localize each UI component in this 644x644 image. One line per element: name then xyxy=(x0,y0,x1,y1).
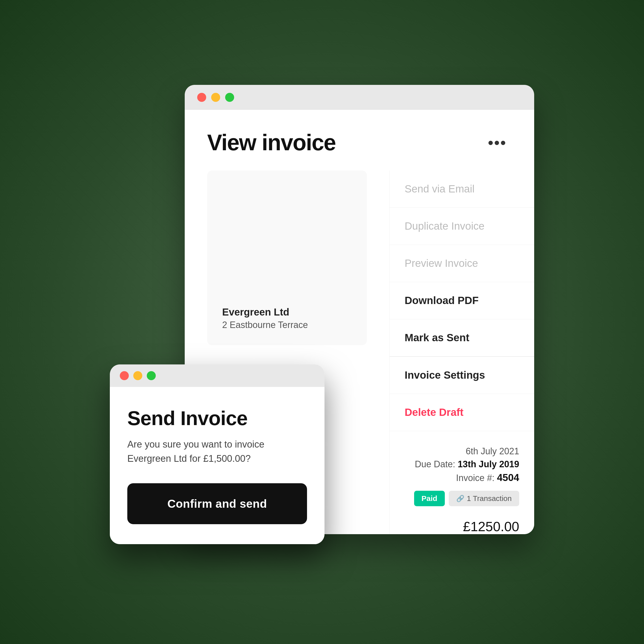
invoice-preview-card: Evergreen Ltd 2 Eastbourne Terrace xyxy=(207,170,367,345)
close-button-dialog[interactable] xyxy=(120,371,129,380)
minimize-button-main[interactable] xyxy=(211,93,220,102)
scene: View invoice ••• Evergreen Ltd 2 Eastbou… xyxy=(110,85,534,559)
more-options-button[interactable]: ••• xyxy=(483,132,512,154)
confirm-send-button[interactable]: Confirm and send xyxy=(127,483,307,524)
transaction-label: 1 Transaction xyxy=(467,494,512,503)
invoice-number: Invoice #: 4504 xyxy=(405,472,519,483)
transaction-badge: 🔗 1 Transaction xyxy=(449,491,519,506)
invoice-client-info: Evergreen Ltd 2 Eastbourne Terrace xyxy=(222,307,308,330)
client-name: Evergreen Ltd xyxy=(222,307,308,318)
invoice-date: 6th July 2021 xyxy=(405,446,519,457)
close-button-main[interactable] xyxy=(197,93,206,102)
dialog-titlebar xyxy=(110,364,324,387)
minimize-button-dialog[interactable] xyxy=(133,371,142,380)
right-panel: Send via Email Duplicate Invoice Preview… xyxy=(389,170,534,534)
client-address: 2 Eastbourne Terrace xyxy=(222,320,308,330)
maximize-button-dialog[interactable] xyxy=(147,371,156,380)
menu-item-preview[interactable]: Preview Invoice xyxy=(390,245,534,282)
dialog-body-text: Are you sure you want to invoice Evergre… xyxy=(127,437,307,466)
page-header: View invoice ••• xyxy=(185,110,534,170)
maximize-button-main[interactable] xyxy=(225,93,234,102)
dropdown-menu: Send via Email Duplicate Invoice Preview… xyxy=(390,170,534,431)
menu-item-duplicate[interactable]: Duplicate Invoice xyxy=(390,208,534,245)
page-title: View invoice xyxy=(207,130,336,156)
dialog-content: Send Invoice Are you sure you want to in… xyxy=(110,387,324,544)
invoice-amount: £1250.00 xyxy=(405,519,519,534)
send-invoice-dialog: Send Invoice Are you sure you want to in… xyxy=(110,364,324,544)
link-icon: 🔗 xyxy=(456,495,464,502)
invoice-info: 6th July 2021 Due Date: 13th July 2019 I… xyxy=(390,431,534,534)
menu-item-mark-sent[interactable]: Mark as Sent xyxy=(390,319,534,356)
dialog-title: Send Invoice xyxy=(127,407,307,430)
menu-item-delete-draft[interactable]: Delete Draft xyxy=(390,394,534,431)
invoice-badges: Paid 🔗 1 Transaction xyxy=(405,491,519,506)
menu-item-send-email[interactable]: Send via Email xyxy=(390,170,534,208)
main-titlebar xyxy=(185,85,534,110)
menu-item-download-pdf[interactable]: Download PDF xyxy=(390,282,534,319)
status-badge-paid: Paid xyxy=(414,491,445,506)
invoice-due-date: Due Date: 13th July 2019 xyxy=(405,459,519,470)
menu-item-invoice-settings[interactable]: Invoice Settings xyxy=(390,357,534,394)
